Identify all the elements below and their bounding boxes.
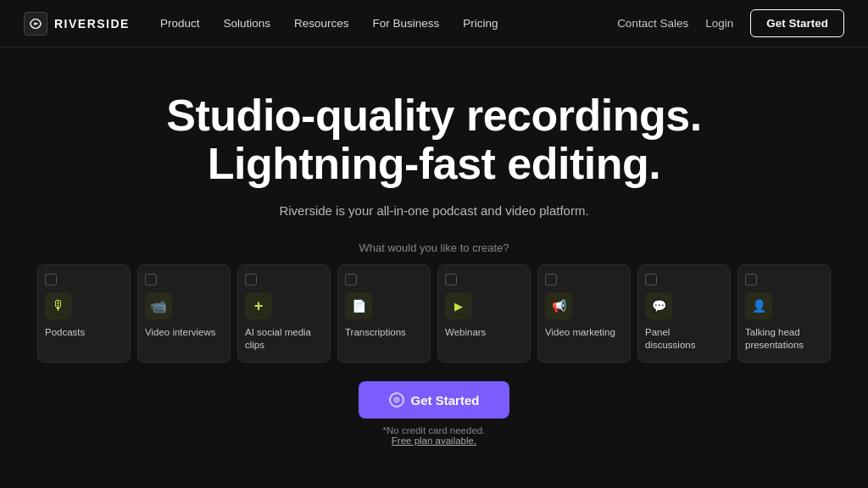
card-video-marketing[interactable]: 📢 Video marketing: [537, 264, 631, 363]
nav-solutions[interactable]: Solutions: [224, 17, 271, 30]
logo[interactable]: RIVERSIDE: [24, 12, 130, 36]
transcriptions-icon: 📄: [345, 292, 372, 319]
card-label-webinars: Webinars: [445, 326, 486, 339]
nav-pricing[interactable]: Pricing: [463, 17, 498, 30]
nav-product[interactable]: Product: [160, 17, 200, 30]
login-link[interactable]: Login: [705, 17, 733, 30]
ai-clips-icon: +: [245, 292, 272, 319]
hero-subtitle: Riverside is your all-in-one podcast and…: [279, 203, 588, 218]
nav-for-business[interactable]: For Business: [373, 17, 440, 30]
hero-title: Studio-quality recordings. Lightning-fas…: [166, 92, 701, 188]
card-checkbox-podcasts[interactable]: [45, 274, 57, 286]
cta-area: ⊙ Get Started *No credit card needed. Fr…: [359, 381, 510, 446]
options-label: What would you like to create?: [359, 241, 509, 254]
card-webinars[interactable]: ▶ Webinars: [437, 264, 531, 363]
card-checkbox-talking-head[interactable]: [745, 274, 757, 286]
card-podcasts[interactable]: 🎙 Podcasts: [37, 264, 131, 363]
card-label-panel: Panel discussions: [645, 326, 723, 352]
contact-sales-link[interactable]: Contact Sales: [617, 17, 688, 30]
logo-icon: [24, 12, 47, 36]
cta-note: *No credit card needed. Free plan availa…: [383, 425, 486, 446]
hero-get-started-button[interactable]: ⊙ Get Started: [359, 381, 510, 419]
nav-get-started-button[interactable]: Get Started: [750, 9, 844, 37]
card-label-ai: AI social media clips: [245, 326, 323, 352]
card-checkbox-transcriptions[interactable]: [345, 274, 357, 286]
free-plan-link[interactable]: Free plan available.: [392, 435, 476, 446]
card-label-video: Video interviews: [145, 326, 216, 339]
card-checkbox-webinars[interactable]: [445, 274, 457, 286]
talking-head-icon: 👤: [745, 292, 772, 319]
marketing-icon: 📢: [545, 292, 572, 319]
card-panel-discussions[interactable]: 💬 Panel discussions: [637, 264, 731, 363]
cards-row: 🎙 Podcasts 📹 Video interviews + AI socia…: [0, 264, 868, 363]
card-label-transcriptions: Transcriptions: [345, 326, 406, 339]
card-talking-head[interactable]: 👤 Talking head presentations: [737, 264, 831, 363]
card-label-talking-head: Talking head presentations: [745, 326, 823, 352]
cta-circle-icon: ⊙: [389, 392, 404, 408]
card-transcriptions[interactable]: 📄 Transcriptions: [337, 264, 431, 363]
webinars-icon: ▶: [445, 292, 472, 319]
card-ai-clips[interactable]: + AI social media clips: [237, 264, 331, 363]
panel-icon: 💬: [645, 292, 672, 319]
card-checkbox-panel[interactable]: [645, 274, 657, 286]
nav-resources[interactable]: Resources: [294, 17, 349, 30]
nav-links: Product Solutions Resources For Business…: [160, 17, 617, 30]
card-checkbox-ai[interactable]: [245, 274, 257, 286]
logo-text: RIVERSIDE: [54, 17, 130, 30]
navbar: RIVERSIDE Product Solutions Resources Fo…: [0, 0, 868, 47]
video-icon: 📹: [145, 292, 172, 319]
card-label-podcasts: Podcasts: [45, 326, 85, 339]
card-label-marketing: Video marketing: [545, 326, 615, 339]
podcast-icon: 🎙: [45, 292, 72, 319]
hero-section: Studio-quality recordings. Lightning-fas…: [0, 47, 868, 446]
card-checkbox-video[interactable]: [145, 274, 157, 286]
nav-right: Contact Sales Login Get Started: [617, 9, 844, 37]
card-checkbox-marketing[interactable]: [545, 274, 557, 286]
card-video-interviews[interactable]: 📹 Video interviews: [137, 264, 231, 363]
